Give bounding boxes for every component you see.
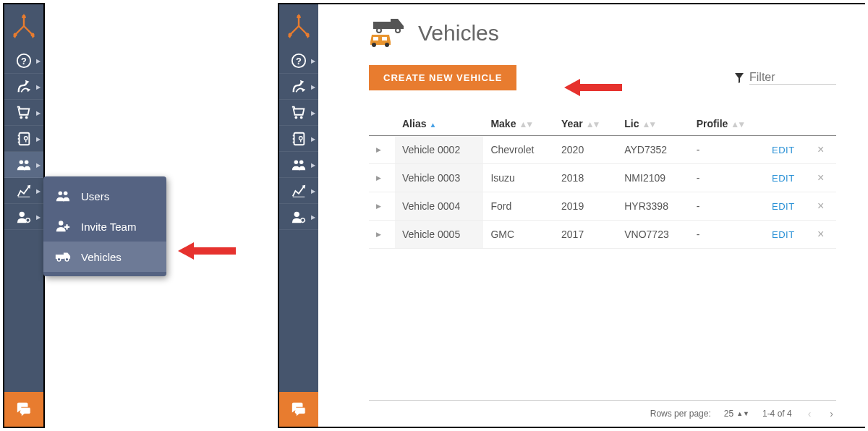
vehicles-table: Alias▲ Make▲▼ Year▲▼ Lic▲▼ Profile▲▼ ▶ V…	[369, 112, 836, 249]
pager-prev[interactable]: ‹	[805, 408, 814, 419]
svg-point-41	[299, 160, 304, 164]
svg-point-24	[65, 257, 69, 261]
sidebar-item-help[interactable]: ?▶	[4, 48, 43, 74]
svg-point-20	[64, 192, 68, 196]
pager-range: 1-4 of 4	[762, 409, 792, 419]
flyout-label: Users	[81, 190, 109, 202]
rows-per-page-label: Rows per page:	[650, 409, 711, 419]
edit-button[interactable]: EDIT	[772, 145, 795, 155]
sidebar-item-team[interactable]: ▶	[279, 152, 318, 178]
sidebar-item-routes[interactable]: ▶	[279, 74, 318, 100]
filter-field[interactable]	[735, 71, 836, 85]
create-new-vehicle-button[interactable]: CREATE NEW VEHICLE	[369, 65, 516, 90]
svg-text:?: ?	[296, 55, 302, 66]
vehicles-page-icon	[369, 19, 407, 48]
annotation-arrow-create	[564, 77, 622, 98]
chevron-right-icon: ▶	[36, 109, 41, 116]
svg-point-37	[300, 116, 303, 119]
edit-button[interactable]: EDIT	[772, 201, 795, 212]
delete-button[interactable]: ×	[817, 143, 824, 155]
app-logo	[4, 4, 43, 48]
cell-profile: -	[689, 136, 765, 164]
svg-point-51	[385, 43, 389, 47]
svg-rect-49	[382, 37, 387, 40]
chevron-right-icon: ▶	[36, 187, 41, 194]
flyout-item-users[interactable]: Users	[43, 181, 166, 211]
row-expand-toggle[interactable]: ▶	[369, 192, 395, 221]
sidebar-item-addressbook[interactable]: ▶	[279, 126, 318, 152]
sidebar-flyout-team: Users Invite Team Vehicles	[43, 176, 166, 276]
svg-marker-9	[27, 88, 30, 92]
flyout-label: Invite Team	[81, 221, 136, 233]
cell-lic: AYD7352	[617, 136, 689, 164]
delete-button[interactable]: ×	[817, 228, 824, 240]
col-header-make[interactable]: Make▲▼	[483, 112, 554, 136]
table-row: ▶ Vehicle 0005 GMC 2017 VNO7723 - EDIT ×	[369, 221, 836, 249]
delete-button[interactable]: ×	[817, 171, 824, 184]
svg-marker-35	[302, 88, 306, 92]
sidebar-item-routes[interactable]: ▶	[4, 74, 43, 100]
chevron-right-icon: ▶	[36, 213, 41, 220]
sidebar-item-addressbook[interactable]: ▶	[4, 126, 43, 152]
row-expand-toggle[interactable]: ▶	[369, 136, 395, 164]
sidebar-item-orders[interactable]: ▶	[279, 100, 318, 126]
svg-point-19	[59, 192, 63, 196]
svg-marker-52	[735, 73, 744, 83]
col-header-lic[interactable]: Lic▲▼	[617, 112, 689, 136]
main-content: Vehicles CREATE NEW VEHICLE Alias▲ Make▲…	[318, 4, 865, 427]
table-pager: Rows per page: 25▲▼ 1-4 of 4 ‹ ›	[369, 400, 836, 419]
row-expand-toggle[interactable]: ▶	[369, 221, 395, 249]
sidebar-item-help[interactable]: ?▶	[279, 48, 318, 74]
flyout-item-vehicles[interactable]: Vehicles	[43, 242, 166, 272]
table-row: ▶ Vehicle 0002 Chevrolet 2020 AYD7352 - …	[369, 136, 836, 164]
chevron-right-icon: ▶	[36, 83, 41, 90]
cell-year: 2020	[554, 136, 617, 164]
svg-point-15	[25, 160, 28, 164]
sidebar-item-analytics[interactable]: ▶	[279, 178, 318, 204]
svg-point-14	[20, 160, 23, 164]
svg-point-13	[24, 136, 27, 140]
svg-point-11	[25, 116, 28, 119]
chevron-right-icon: ▶	[36, 57, 41, 64]
filter-icon	[735, 73, 744, 83]
edit-button[interactable]: EDIT	[772, 229, 795, 240]
sidebar-chat-button[interactable]	[279, 392, 318, 427]
sidebar-item-settings[interactable]: ▶	[4, 204, 43, 230]
annotation-arrow-flyout	[178, 240, 236, 262]
sidebar-item-team[interactable]: ▶	[4, 152, 43, 178]
sort-asc-icon: ▲	[429, 121, 436, 129]
svg-point-46	[377, 28, 381, 33]
col-header-alias[interactable]: Alias▲	[395, 112, 483, 136]
sidebar-left: ?▶ ▶ ▶ ▶ ▶ ▶ ▶	[4, 4, 43, 427]
pager-next[interactable]: ›	[827, 408, 836, 419]
svg-point-10	[20, 116, 23, 119]
svg-point-50	[372, 43, 376, 47]
sidebar-chat-button[interactable]	[4, 392, 43, 427]
page-header: Vehicles	[369, 19, 836, 48]
cell-alias: Vehicle 0002	[395, 136, 483, 164]
flyout-item-invite-team[interactable]: Invite Team	[43, 211, 166, 242]
sidebar-right: ?▶ ▶ ▶ ▶ ▶ ▶ ▶	[279, 4, 318, 427]
chevron-right-icon: ▶	[36, 135, 41, 142]
svg-point-23	[57, 257, 61, 261]
app-logo	[279, 4, 318, 48]
col-header-profile[interactable]: Profile▲▼	[689, 112, 765, 136]
svg-rect-48	[373, 37, 378, 40]
rows-per-page-select[interactable]: 25▲▼	[724, 409, 749, 419]
svg-point-39	[299, 136, 302, 140]
sidebar-item-orders[interactable]: ▶	[4, 100, 43, 126]
table-row: ▶ Vehicle 0003 Isuzu 2018 NMI2109 - EDIT…	[369, 164, 836, 192]
table-row: ▶ Vehicle 0004 Ford 2019 HYR3398 - EDIT …	[369, 192, 836, 221]
page-title: Vehicles	[418, 21, 499, 46]
svg-point-44	[301, 218, 305, 222]
row-expand-toggle[interactable]: ▶	[369, 164, 395, 192]
edit-button[interactable]: EDIT	[772, 173, 795, 184]
col-header-year[interactable]: Year▲▼	[554, 112, 617, 136]
sidebar-item-analytics[interactable]: ▶	[4, 178, 43, 204]
chevron-right-icon: ▶	[36, 161, 41, 168]
delete-button[interactable]: ×	[817, 200, 824, 212]
sidebar-item-settings[interactable]: ▶	[279, 204, 318, 230]
svg-text:?: ?	[21, 55, 27, 66]
svg-point-40	[294, 160, 299, 164]
filter-input[interactable]	[749, 71, 836, 85]
